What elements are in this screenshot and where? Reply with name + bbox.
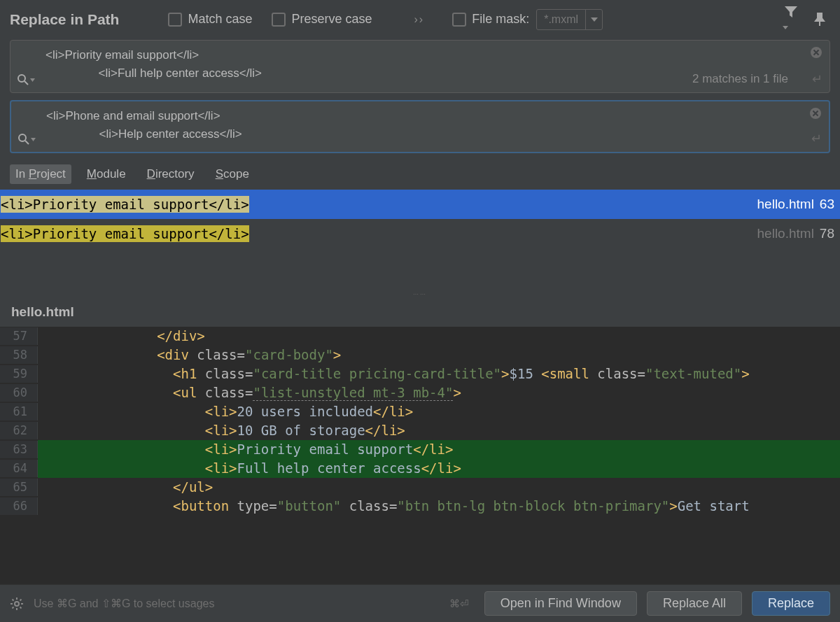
- file-mask-checkbox[interactable]: [452, 13, 466, 27]
- open-find-window-button[interactable]: Open in Find Window: [484, 591, 637, 616]
- result-line: 63: [820, 197, 834, 212]
- preview-filename: hello.html: [0, 297, 840, 327]
- svg-line-1: [24, 81, 28, 85]
- preserve-case-label: Preserve case: [291, 12, 372, 27]
- line-number: 57: [0, 327, 38, 345]
- result-file: hello.html: [757, 226, 814, 241]
- match-case-option[interactable]: Match case: [168, 12, 252, 27]
- line-number: 59: [0, 365, 38, 383]
- replace-button[interactable]: Replace: [752, 591, 830, 616]
- tab-in-project[interactable]: In Project: [10, 164, 71, 184]
- search-input[interactable]: <li>Priority email support</li> <li>Full…: [41, 41, 668, 92]
- search-field[interactable]: <li>Priority email support</li> <li>Full…: [10, 40, 830, 93]
- search-icon[interactable]: [18, 134, 36, 145]
- line-number: 65: [0, 479, 38, 496]
- splitter-handle[interactable]: ⋯⋯: [0, 290, 840, 297]
- enter-icon: ↵: [812, 71, 822, 87]
- file-mask-field[interactable]: *.mxml: [536, 9, 603, 30]
- match-case-label: Match case: [188, 12, 252, 27]
- replace-input[interactable]: <li>Phone and email support</li> <li>Hel…: [42, 101, 668, 152]
- line-number: 61: [0, 403, 38, 420]
- line-number: 62: [0, 422, 38, 439]
- svg-point-6: [15, 602, 19, 606]
- dialog-header: Replace in Path Match case Preserve case…: [0, 0, 840, 40]
- pin-icon[interactable]: [809, 13, 830, 27]
- tab-scope[interactable]: Scope: [210, 164, 255, 184]
- line-number: 66: [0, 497, 38, 515]
- svg-line-4: [25, 141, 29, 144]
- tab-module[interactable]: Module: [81, 164, 132, 184]
- preserve-case-checkbox[interactable]: [272, 13, 286, 27]
- filter-icon[interactable]: [780, 6, 802, 33]
- gear-icon[interactable]: [10, 597, 24, 611]
- line-number: 64: [0, 460, 38, 477]
- line-number: 58: [0, 346, 38, 364]
- more-options-icon[interactable]: ››: [414, 13, 425, 26]
- clear-replace-icon[interactable]: [809, 107, 822, 120]
- file-mask-value: *.mxml: [537, 13, 585, 26]
- keyboard-shortcut: ⌘⏎: [449, 598, 469, 610]
- result-row[interactable]: <li>Priority email support</li> hello.ht…: [0, 219, 840, 248]
- match-case-checkbox[interactable]: [168, 13, 182, 27]
- replace-field[interactable]: <li>Phone and email support</li> <li>Hel…: [10, 100, 830, 153]
- code-preview[interactable]: 57 </div> 58 <div class="card-body"> 59 …: [0, 327, 840, 584]
- match-count: 2 matches in 1 file: [692, 72, 788, 86]
- file-mask-label: File mask:: [472, 12, 529, 27]
- result-file: hello.html: [757, 197, 814, 212]
- replace-all-button[interactable]: Replace All: [647, 591, 742, 616]
- results-list: <li>Priority email support</li> hello.ht…: [0, 190, 840, 248]
- preserve-case-option[interactable]: Preserve case: [272, 12, 372, 27]
- tab-directory[interactable]: Directory: [141, 164, 200, 184]
- svg-point-3: [19, 134, 26, 141]
- file-mask-dropdown[interactable]: [585, 10, 602, 29]
- footer-hint: Use ⌘G and ⇧⌘G to select usages: [34, 597, 440, 610]
- clear-search-icon[interactable]: [810, 46, 822, 59]
- file-mask-option[interactable]: File mask:: [452, 12, 529, 27]
- dialog-footer: Use ⌘G and ⇧⌘G to select usages ⌘⏎ Open …: [0, 584, 840, 622]
- scope-tabs: In Project Module Directory Scope: [0, 160, 840, 190]
- svg-point-0: [18, 75, 25, 82]
- dialog-title: Replace in Path: [10, 11, 119, 28]
- result-row[interactable]: <li>Priority email support</li> hello.ht…: [0, 190, 840, 219]
- result-line: 78: [820, 226, 834, 241]
- enter-icon: ↵: [811, 131, 822, 146]
- line-number: 63: [0, 441, 38, 458]
- line-number: 60: [0, 384, 38, 402]
- search-icon[interactable]: [18, 74, 35, 85]
